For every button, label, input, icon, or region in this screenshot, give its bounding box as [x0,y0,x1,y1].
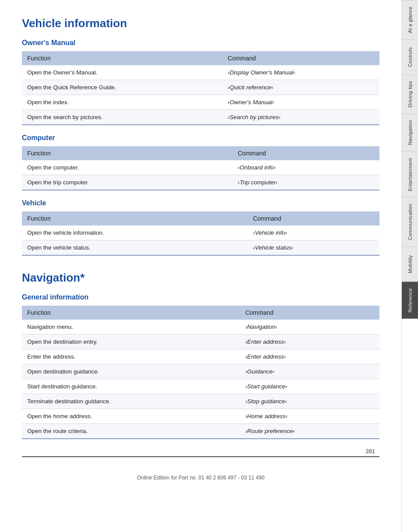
sidebar-item-reference[interactable]: Reference [402,282,418,319]
section-title-general-information: General information [22,293,379,301]
function-cell: Open the route criteria. [22,424,240,439]
command-cell: ›Vehicle info‹ [248,225,379,240]
table-header-row: Function Command [22,51,379,65]
navigation-section: Navigation* General information Function… [22,271,379,439]
function-cell: Navigation menu. [22,320,240,335]
sidebar-item-at-a-glance[interactable]: At a glance [402,0,418,39]
table-row: Terminate destination guidance. ›Stop gu… [22,394,379,409]
function-cell: Open the home address. [22,409,240,424]
function-cell: Start destination guidance. [22,379,240,394]
table-row: Open the computer. ›Onboard info‹ [22,160,379,175]
col-command-header: Command [248,211,379,225]
sidebar-item-navigation[interactable]: Navigation [402,113,418,151]
section-title-owners-manual: Owner's Manual [22,39,379,47]
page-number: 281 [22,448,379,454]
command-cell: ›Navigation‹ [240,320,379,335]
command-cell: ›Display Owner's Manual‹ [223,65,379,80]
sidebar-item-communication[interactable]: Communication [402,197,418,247]
function-cell: Enter the address. [22,349,240,364]
table-header-row: Function Command [22,146,379,160]
function-cell: Open the trip computer. [22,175,232,190]
command-cell: ›Owner's Manual‹ [223,95,379,110]
vehicle-table: Function Command Open the vehicle inform… [22,211,379,256]
function-cell: Open the index. [22,95,223,110]
footer-divider [22,456,379,457]
section-title-computer: Computer [22,134,379,142]
page-title: Vehicle information [22,17,379,30]
table-row: Open the Owner's Manual. ›Display Owner'… [22,65,379,80]
col-function-header: Function [22,306,240,320]
command-cell: ›Stop guidance‹ [240,394,379,409]
function-cell: Open the vehicle status. [22,240,248,256]
col-function-header: Function [22,211,248,225]
table-row: Open the home address. ›Home address‹ [22,409,379,424]
command-cell: ›Trip computer‹ [232,175,379,190]
sidebar-tabs: At a glance Controls Driving tips Naviga… [401,0,418,532]
command-cell: ›Enter address‹ [240,335,379,349]
table-row: Open the index. ›Owner's Manual‹ [22,95,379,110]
main-content: Vehicle information Owner's Manual Funct… [0,0,401,532]
sidebar-item-controls[interactable]: Controls [402,39,418,74]
function-cell: Open the destination entry. [22,335,240,349]
command-cell: ›Start guidance‹ [240,379,379,394]
sidebar-item-entertainment[interactable]: Entertainment [402,151,418,197]
footer-text: Online Edition for Part no. 01 40 2 606 … [22,470,379,481]
function-cell: Terminate destination guidance. [22,394,240,409]
table-row: Enter the address. ›Enter address‹ [22,349,379,364]
function-cell: Open the search by pictures. [22,110,223,125]
computer-table: Function Command Open the computer. ›Onb… [22,146,379,190]
table-row: Open the Quick Reference Guide. ›Quick r… [22,80,379,95]
function-cell: Open the vehicle information. [22,225,248,240]
table-row: Open the destination entry. ›Enter addre… [22,335,379,349]
function-cell: Open the Quick Reference Guide. [22,80,223,95]
sidebar-item-mobility[interactable]: Mobility [402,247,418,282]
table-row: Open destination guidance. ›Guidance‹ [22,364,379,379]
function-cell: Open the Owner's Manual. [22,65,223,80]
table-row: Start destination guidance. ›Start guida… [22,379,379,394]
command-cell: ›Quick reference‹ [223,80,379,95]
table-row: Navigation menu. ›Navigation‹ [22,320,379,335]
col-command-header: Command [232,146,379,160]
command-cell: ›Onboard info‹ [232,160,379,175]
sidebar-item-driving-tips[interactable]: Driving tips [402,74,418,113]
table-header-row: Function Command [22,306,379,320]
command-cell: ›Guidance‹ [240,364,379,379]
command-cell: ›Home address‹ [240,409,379,424]
col-command-header: Command [223,51,379,65]
command-cell: ›Vehicle status‹ [248,240,379,256]
navigation-title: Navigation* [22,271,379,285]
page-footer-area: 281 Online Edition for Part no. 01 40 2 … [22,448,379,481]
function-cell: Open the computer. [22,160,232,175]
command-cell: ›Search by pictures‹ [223,110,379,125]
col-command-header: Command [240,306,379,320]
table-row: Open the search by pictures. ›Search by … [22,110,379,125]
table-row: Open the route criteria. ›Route preferen… [22,424,379,439]
col-function-header: Function [22,146,232,160]
table-row: Open the vehicle information. ›Vehicle i… [22,225,379,240]
general-information-table: Function Command Navigation menu. ›Navig… [22,306,379,439]
col-function-header: Function [22,51,223,65]
table-header-row: Function Command [22,211,379,225]
command-cell: ›Route preference‹ [240,424,379,439]
section-title-vehicle: Vehicle [22,199,379,207]
page-wrapper: Vehicle information Owner's Manual Funct… [0,0,418,532]
function-cell: Open destination guidance. [22,364,240,379]
command-cell: ›Enter address‹ [240,349,379,364]
table-row: Open the trip computer. ›Trip computer‹ [22,175,379,190]
owners-manual-table: Function Command Open the Owner's Manual… [22,51,379,125]
table-row: Open the vehicle status. ›Vehicle status… [22,240,379,256]
